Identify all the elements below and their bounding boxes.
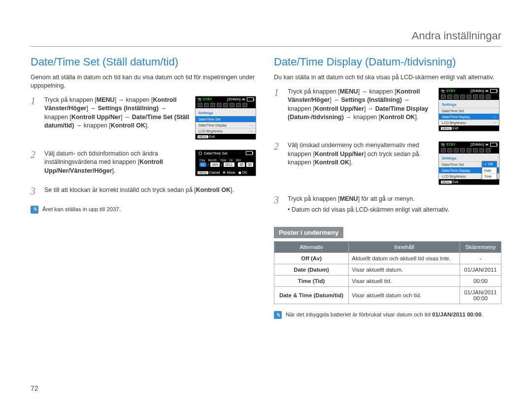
left-title: Date/Time Set (Ställ datum/tid)	[31, 56, 258, 68]
step-text: Tryck på knappen [MENU] för att gå ur me…	[288, 195, 501, 214]
options-table: Alternativ Innehåll Skärmmeny Off (Av)Ak…	[274, 241, 501, 304]
lcd-screenshot-4: 📷 STBY[254Min] 📼 Settings Date/Time Set …	[438, 141, 499, 185]
lcd-screenshot-2: Date/Time Set DayMonthYearHrMin 01 / JAN…	[195, 150, 256, 176]
lcd-screenshot-1: 📷 STBY[254Min] 📼 Settings Date/Time Set …	[195, 96, 256, 140]
right-step-1: 1 Tryck på knappen [MENU] → knappen [Kon…	[274, 88, 501, 135]
th-innehall: Innehåll	[349, 242, 460, 253]
left-intro: Genom att ställa in datum och tid kan du…	[31, 73, 258, 90]
info-icon: ✎	[31, 206, 38, 214]
bullet: Datum och tid visas på LCD-skärmen enlig…	[288, 206, 501, 215]
col-left: Date/Time Set (Ställ datum/tid) Genom at…	[31, 56, 258, 319]
divider	[31, 46, 501, 47]
table-row: Date & Time (Datum/tid)Visar aktuellt da…	[274, 287, 501, 304]
right-note: ✎ När det inbyggda batteriet är förbruka…	[274, 311, 501, 319]
lcd-screenshot-3: 📷 STBY[254Min] 📼 Settings Date/Time Set …	[438, 88, 499, 131]
right-step-3: 3 Tryck på knappen [MENU] för att gå ur …	[274, 195, 501, 214]
step-text: Tryck på knappen [MENU] → knappen [Kontr…	[288, 88, 434, 122]
submenu-dropdown: ✓ Off Date Time	[482, 161, 497, 180]
step-number: 1	[31, 96, 39, 144]
step-number: 3	[274, 195, 283, 214]
th-alternativ: Alternativ	[274, 242, 349, 253]
step-text: Välj önskad undermeny och menyalternativ…	[288, 141, 434, 167]
step-text: Tryck på knappen [MENU] → knappen [Kontr…	[44, 96, 191, 130]
step-number: 2	[274, 141, 283, 189]
step-number: 3	[31, 186, 39, 196]
left-step-3: 3 Se till att klockan är korrekt inställ…	[31, 186, 258, 196]
info-icon: ✎	[274, 311, 282, 319]
gear-icon	[199, 152, 202, 155]
step-text: Välj datum- och tidsinformation och ändr…	[44, 150, 191, 176]
left-step-2: 2 Välj datum- och tidsinformation och än…	[31, 150, 258, 180]
th-skarmmeny: Skärmmeny	[460, 242, 501, 253]
left-step-1: 1 Tryck på knappen [MENU] → knappen [Kon…	[31, 96, 258, 144]
subhead: Poster i undermeny	[274, 227, 343, 238]
table-row: Off (Av)Aktuellt datum och aktuell tid v…	[274, 253, 501, 264]
right-intro: Du kan ställa in att datum och tid ska v…	[274, 73, 501, 82]
step-number: 2	[31, 150, 39, 180]
note-text: När det inbyggda batteriet är förbrukat …	[286, 311, 483, 319]
note-text: Året kan ställas in upp till 2037.	[42, 206, 121, 214]
step-text: Se till att klockan är korrekt inställd …	[44, 186, 258, 196]
table-row: Time (Tid)Visar aktuell tid.00:00	[274, 276, 501, 287]
page-number: 72	[31, 384, 38, 392]
table-row: Date (Datum)Visar aktuellt datum.01/JAN/…	[274, 264, 501, 276]
right-title: Date/Time Display (Datum-/tidvisning)	[274, 56, 501, 68]
right-step-2: 2 Välj önskad undermeny och menyalternat…	[274, 141, 501, 189]
step-number: 1	[274, 88, 283, 135]
page-header: Andra inställningar	[31, 30, 501, 42]
left-note: ✎ Året kan ställas in upp till 2037.	[31, 206, 258, 214]
col-right: Date/Time Display (Datum-/tidvisning) Du…	[274, 56, 501, 319]
